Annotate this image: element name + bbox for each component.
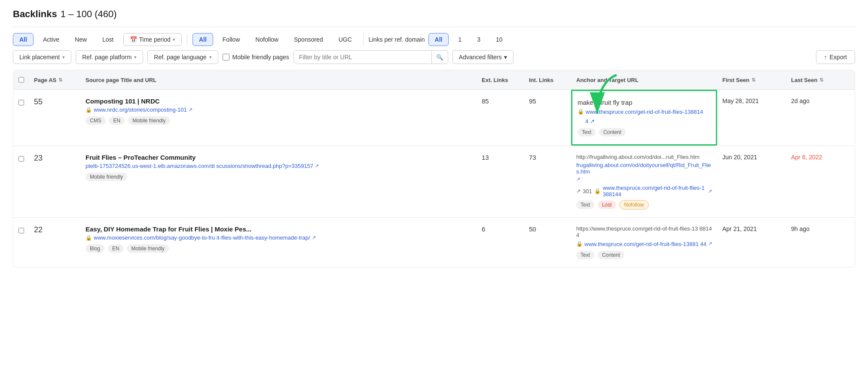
link-placement-label: Link placement [19, 54, 60, 61]
row-checkbox-cell [13, 146, 29, 170]
source-url-link[interactable]: www.nrdc.org/stories/composting-101 [94, 106, 187, 113]
mobile-friendly-checkbox-label[interactable]: Mobile friendly pages [223, 54, 289, 61]
th-int-links-label: Int. Links [529, 77, 553, 83]
anchor-badges: Text Content [578, 127, 711, 137]
link-type-nofollow-button[interactable]: Nofollow [249, 33, 284, 46]
first-seen-cell: May 28, 2021 [717, 90, 786, 112]
page-count: 1 – 100 (460) [61, 9, 117, 20]
export-button[interactable]: ↑ Export [816, 50, 855, 64]
divider2 [363, 33, 364, 46]
chevron-down-icon: ▾ [504, 54, 507, 61]
redirect-info: ↗ 301 🔒 www.thespruce.com/get-rid-of-fru… [576, 185, 712, 198]
external-link-icon: ↗ [708, 188, 712, 194]
th-ext-links-label: Ext. Links [482, 77, 508, 83]
links-per-domain-3-button[interactable]: 3 [471, 33, 486, 46]
anchor-cell: https://www.thespruce.com/get-rid-of-fru… [571, 218, 717, 267]
page-title: Backlinks [13, 9, 57, 20]
link-type-ugc-button[interactable]: UGC [333, 33, 358, 46]
search-wrapper: 🔍 [293, 50, 448, 64]
row-checkbox[interactable] [18, 227, 24, 234]
badge-lost: Lost [598, 201, 616, 209]
redirect-url-link[interactable]: www.thespruce.com/get-rid-of-fruit-flies… [603, 185, 706, 198]
row-checkbox[interactable] [18, 155, 24, 162]
last-seen-cell: 2d ago [786, 90, 855, 112]
ext-links-cell: 6 [477, 218, 524, 240]
last-seen-cell: 9h ago [786, 218, 855, 240]
badge-en: EN [108, 244, 124, 253]
mobile-friendly-checkbox[interactable] [223, 54, 229, 61]
badge-blog: Blog [86, 244, 104, 253]
link-type-sponsored-button[interactable]: Sponsored [288, 33, 329, 46]
links-per-domain-10-button[interactable]: 10 [490, 33, 509, 46]
lock-icon: 🔒 [578, 109, 584, 115]
badge-mobile-friendly: Mobile friendly [86, 173, 127, 181]
ref-page-platform-dropdown[interactable]: Ref. page platform ▾ [76, 50, 143, 64]
external-link-icon: ↗ [189, 107, 193, 112]
source-url-link[interactable]: ptelb-1753724526.us-west-1.elb.amazonaws… [86, 163, 313, 169]
th-int-links: Int. Links [524, 70, 571, 89]
ref-page-platform-label: Ref. page platform [82, 54, 131, 61]
time-period-label: Time period [139, 36, 171, 43]
redirect-code: 301 [583, 188, 592, 195]
mobile-friendly-label: Mobile friendly pages [232, 54, 289, 61]
source-title: Composting 101 | NRDC [86, 97, 471, 105]
status-new-button[interactable]: New [69, 33, 93, 46]
page-as-value: 22 [34, 225, 43, 234]
ext-links-cell: 13 [477, 146, 524, 169]
source-url: 🔒 www.moxieservices.com/blog/say-goodbye… [86, 234, 471, 241]
first-seen-cell: Apr 21, 2021 [717, 218, 786, 240]
int-links-cell: 73 [524, 146, 571, 169]
advanced-filters-button[interactable]: Advanced filters ▾ [452, 50, 514, 64]
status-all-button[interactable]: All [13, 33, 34, 46]
links-per-domain-label: Links per ref. domain [369, 36, 425, 43]
ref-page-language-dropdown[interactable]: Ref. page language ▾ [147, 50, 218, 64]
anchor-badges: Text Content [576, 250, 712, 259]
redirect-icon: ↗ [576, 188, 581, 194]
plain-url: http://frugalliving.about.com/od/doi...r… [576, 154, 712, 160]
link-placement-dropdown[interactable]: Link placement ▾ [13, 50, 71, 64]
table-row: 22 Easy, DIY Homemade Trap for Fruit Fli… [13, 218, 855, 267]
source-url-link[interactable]: www.moxieservices.com/blog/say-goodbye-t… [94, 234, 310, 241]
int-links-cell: 50 [524, 218, 571, 240]
chevron-down-icon: ▾ [62, 55, 65, 60]
source-badges: Mobile friendly [86, 172, 471, 181]
source-url: 🔒 www.nrdc.org/stories/composting-101 ↗ [86, 106, 471, 113]
links-per-domain-all-button[interactable]: All [428, 33, 449, 46]
sort-icon: ⇅ [819, 77, 823, 83]
status-lost-button[interactable]: Lost [96, 33, 119, 46]
ext-links-cell: 85 [477, 90, 524, 112]
table-header: Page AS ⇅ Source page Title and URL Ext.… [13, 70, 855, 90]
chevron-down-icon: ▾ [209, 55, 212, 60]
table-row: 23 Fruit Flies – ProTeacher Community pt… [13, 146, 855, 218]
badge-en: EN [109, 116, 125, 125]
sort-icon: ⇅ [752, 77, 755, 83]
page-as-cell: 55 [29, 90, 80, 114]
chevron-down-icon: ▾ [134, 55, 137, 60]
status-active-button[interactable]: Active [37, 33, 65, 46]
filter-row-2: Link placement ▾ Ref. page platform ▾ Re… [13, 50, 855, 70]
time-period-button[interactable]: 📅 Time period ▾ [123, 33, 182, 46]
search-input[interactable] [294, 51, 431, 64]
anchor-url-link[interactable]: frugalliving.about.com/od/doityourself/q… [576, 162, 712, 175]
lock-icon: 🔒 [86, 235, 92, 241]
row-checkbox-cell [13, 218, 29, 242]
select-all-checkbox[interactable] [18, 76, 24, 83]
lock-icon: 🔒 [576, 241, 583, 247]
links-per-domain-1-button[interactable]: 1 [452, 33, 468, 46]
anchor-url-link[interactable]: www.thespruce.com/get-rid-of-fruit-flies… [584, 241, 706, 247]
source-url: ptelb-1753724526.us-west-1.elb.amazonaws… [86, 163, 471, 169]
external-link-icon: ↗ [576, 176, 580, 182]
th-ext-links: Ext. Links [477, 70, 524, 89]
link-type-all-button[interactable]: All [193, 33, 213, 46]
row-checkbox[interactable] [18, 99, 24, 106]
export-label: Export [830, 54, 847, 61]
badge-content: Content [598, 251, 624, 259]
th-last-seen: Last Seen ⇅ [786, 70, 855, 89]
search-button[interactable]: 🔍 [431, 51, 448, 64]
badge-text: Text [578, 128, 596, 137]
page-header: Backlinks 1 – 100 (460) [13, 9, 855, 27]
th-page-as-label: Page AS [34, 77, 56, 83]
th-first-seen-label: First Seen [722, 77, 749, 83]
last-seen-cell: Apr 6, 2022 [786, 146, 855, 168]
link-type-follow-button[interactable]: Follow [217, 33, 246, 46]
